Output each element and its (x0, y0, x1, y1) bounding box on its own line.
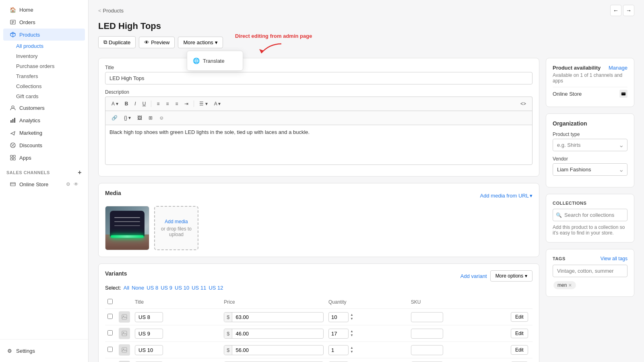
rte-italic-btn[interactable]: I (132, 99, 138, 108)
variant-checkbox-1[interactable] (107, 330, 113, 335)
breadcrumb-link[interactable]: Products (103, 8, 124, 14)
variant-sku-2[interactable] (411, 345, 443, 355)
variant-price-1[interactable] (233, 329, 257, 338)
add-sales-channel-icon[interactable]: + (78, 169, 82, 176)
product-image[interactable] (105, 206, 149, 250)
collections-search-input[interactable] (553, 209, 627, 221)
select-none-link[interactable]: None (132, 285, 144, 291)
media-dropzone[interactable]: Add media or drop files to upload (154, 206, 198, 250)
sidebar-nav: 🏠 Home Orders Products All products Inve… (0, 0, 88, 339)
rte-align-center-btn[interactable]: ≡ (163, 99, 171, 108)
qty-up-0[interactable]: ▲ (349, 313, 354, 317)
variant-checkbox-0[interactable] (107, 314, 113, 319)
add-variant-link[interactable]: Add variant (460, 273, 487, 279)
select-us11-link[interactable]: US 11 (192, 285, 206, 291)
vendor-chevron[interactable]: ⌄ (615, 166, 627, 173)
online-store-settings-icon[interactable]: ⚙ (66, 181, 70, 187)
sidebar-sub-purchase-orders[interactable]: Purchase orders (13, 61, 88, 71)
tag-men-remove[interactable]: × (568, 282, 572, 288)
duplicate-icon: ⧉ (103, 39, 107, 45)
variant-img-2[interactable] (119, 344, 130, 356)
rte-align-right-btn[interactable]: ≡ (172, 99, 181, 108)
title-input[interactable] (105, 72, 533, 84)
select-us12-link[interactable]: US 12 (208, 285, 223, 291)
rte-bold-btn[interactable]: B (122, 99, 131, 108)
rte-underline-btn[interactable]: U (140, 99, 149, 108)
rte-indent-btn[interactable]: ⇥ (182, 99, 191, 108)
view-all-tags-link[interactable]: View all tags (601, 256, 627, 261)
online-store-view-icon[interactable]: 👁 (74, 181, 78, 187)
manage-avail-link[interactable]: Manage (609, 65, 627, 71)
variant-qty-1[interactable] (328, 329, 349, 339)
translate-item[interactable]: 🌐 Translate (187, 54, 243, 67)
rte-text-color-btn[interactable]: A ▾ (211, 99, 224, 108)
rte-align-group-btn[interactable]: ☰ ▾ (196, 99, 210, 108)
vendor-input[interactable] (553, 164, 615, 175)
rte-snippet-btn[interactable]: {} ▾ (121, 113, 134, 122)
variant-title-2[interactable] (135, 345, 163, 355)
sidebar-sub-collections[interactable]: Collections (13, 81, 88, 91)
duplicate-button[interactable]: ⧉ Duplicate (98, 36, 136, 48)
sidebar-sub-gift-cards[interactable]: Gift cards (13, 91, 88, 101)
select-all-link[interactable]: All (124, 285, 129, 291)
rte-link-btn[interactable]: 🔗 (109, 113, 120, 122)
nav-forward-button[interactable]: → (623, 5, 634, 16)
variant-edit-btn-1[interactable]: Edit (511, 329, 528, 338)
sidebar-item-apps[interactable]: Apps (3, 152, 85, 164)
variant-qty-0[interactable] (328, 312, 349, 322)
variant-title-1[interactable] (135, 329, 163, 339)
variant-title-0[interactable] (135, 312, 163, 322)
preview-label: Preview (151, 39, 169, 45)
qty-down-0[interactable]: ▼ (349, 317, 354, 321)
sidebar-item-orders[interactable]: Orders (3, 16, 85, 28)
add-media-url-link[interactable]: Add media from URL ▾ (480, 193, 533, 199)
sidebar-item-marketing[interactable]: Marketing (3, 127, 85, 139)
sidebar-item-online-store[interactable]: Online Store ⚙ 👁 (3, 178, 85, 190)
variant-edit-btn-2[interactable]: Edit (511, 345, 528, 355)
rte-table-btn[interactable]: ⊞ (146, 113, 155, 122)
more-options-button[interactable]: More options ▾ (490, 270, 533, 282)
select-us10-link[interactable]: US 10 (175, 285, 189, 291)
sidebar-item-analytics[interactable]: Analytics (3, 114, 85, 126)
preview-button[interactable]: 👁 Preview (139, 37, 175, 48)
select-us9-link[interactable]: US 9 (161, 285, 172, 291)
sidebar-sub-transfers[interactable]: Transfers (13, 71, 88, 81)
tags-input[interactable] (553, 265, 627, 277)
rte-image-btn[interactable]: 🖼 (134, 113, 145, 122)
media-header: Media Add media from URL ▾ (105, 190, 533, 201)
variant-qty-2[interactable] (328, 345, 349, 355)
qty-up-1[interactable]: ▲ (349, 329, 354, 333)
variant-img-0[interactable] (119, 311, 130, 323)
page-content: LED High Tops ⧉ Duplicate 👁 Preview More… (89, 21, 644, 362)
sidebar-item-discounts[interactable]: Discounts (3, 139, 85, 151)
rte-align-left-btn[interactable]: ≡ (154, 99, 162, 108)
variant-checkbox-2[interactable] (107, 347, 113, 352)
sidebar-item-home[interactable]: 🏠 Home (3, 4, 85, 16)
more-actions-button[interactable]: More actions ▾ (178, 37, 223, 48)
qty-up-2[interactable]: ▲ (349, 346, 354, 350)
nav-back-button[interactable]: ← (610, 5, 621, 16)
variant-price-0[interactable] (233, 313, 257, 322)
sidebar-item-products[interactable]: Products (3, 29, 85, 41)
qty-down-2[interactable]: ▼ (349, 350, 354, 354)
sidebar-item-customers[interactable]: Customers (3, 102, 85, 114)
variant-sku-1[interactable] (411, 329, 443, 339)
rte-font-btn[interactable]: A ▾ (109, 99, 121, 108)
variant-price-2[interactable] (233, 346, 257, 355)
variant-edit-btn-0[interactable]: Edit (511, 312, 528, 322)
online-store-avail: Online Store (553, 87, 627, 100)
sidebar-item-settings[interactable]: ⚙ Settings (6, 344, 82, 357)
variant-sku-0[interactable] (411, 312, 443, 322)
product-type-chevron[interactable]: ⌄ (615, 141, 627, 149)
select-all-checkbox[interactable] (107, 299, 113, 304)
sidebar-sub-all-products[interactable]: All products (13, 41, 88, 51)
variant-img-1[interactable] (119, 328, 130, 339)
product-type-input[interactable] (553, 139, 615, 151)
rte-source-btn[interactable]: <> (518, 99, 529, 108)
col-sku: SKU (409, 296, 508, 309)
rte-emoji-btn[interactable]: ☺ (156, 113, 167, 122)
sidebar-sub-inventory[interactable]: Inventory (13, 51, 88, 61)
description-textarea[interactable]: Black high top shoes with green LED ligh… (105, 125, 533, 165)
qty-down-1[interactable]: ▼ (349, 333, 354, 337)
select-us8-link[interactable]: US 8 (147, 285, 158, 291)
